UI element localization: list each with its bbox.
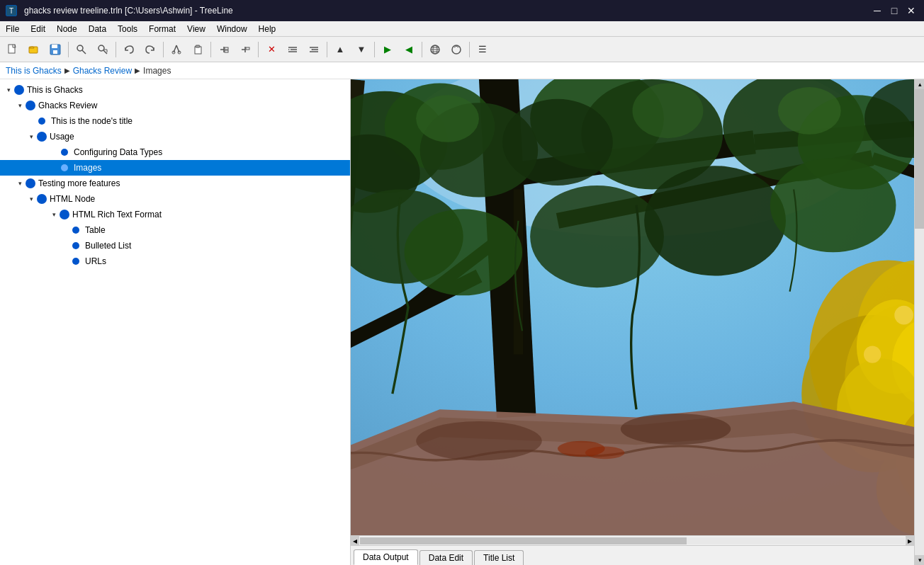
svg-point-63	[778, 87, 841, 135]
menu-format[interactable]: Format	[143, 21, 181, 36]
tree-node-n3[interactable]: This is the node's title	[0, 113, 350, 129]
toolbar-find-next[interactable]	[93, 40, 113, 59]
tree-node-n9[interactable]: ▾ HTML Rich Text Format	[0, 207, 350, 222]
title-bar-controls: ─ □ ✕	[870, 4, 918, 18]
tree-node-n6[interactable]: Images	[0, 160, 350, 176]
node-label-n5: Configuring Data Types	[74, 147, 162, 157]
v-scroll-track[interactable]	[915, 89, 924, 555]
close-button[interactable]: ✕	[904, 4, 918, 18]
node-label-n4: Usage	[50, 132, 74, 142]
h-scroll-thumb[interactable]	[360, 537, 687, 544]
toolbar-open[interactable]	[24, 40, 44, 59]
menu-view[interactable]: View	[181, 21, 211, 36]
tree-node-n2[interactable]: ▾ Ghacks Review	[0, 98, 350, 113]
toolbar-indent[interactable]	[283, 40, 303, 59]
tree-node-n8[interactable]: ▾ HTML Node	[0, 191, 350, 207]
toolbar-outdent[interactable]	[304, 40, 324, 59]
node-label-n6: Images	[74, 163, 101, 173]
tree-node-n10[interactable]: Table	[0, 222, 350, 238]
tree-node-n12[interactable]: URLs	[0, 253, 350, 269]
menu-window[interactable]: Window	[211, 21, 253, 36]
breadcrumb-images: Images	[143, 66, 171, 76]
toolbar-branch-remove[interactable]	[235, 40, 255, 59]
tree-node-n5[interactable]: Configuring Data Types	[0, 144, 350, 160]
breadcrumb-ghacks[interactable]: This is Ghacks	[6, 66, 62, 76]
minimize-button[interactable]: ─	[870, 4, 884, 18]
svg-point-60	[770, 158, 896, 252]
v-scroll-thumb[interactable]	[915, 89, 924, 229]
expand-n9[interactable]: ▾	[48, 209, 60, 220]
image-scroll[interactable]	[351, 79, 914, 535]
toolbar-save[interactable]	[45, 40, 65, 59]
svg-point-58	[530, 186, 664, 287]
maximize-button[interactable]: □	[887, 4, 901, 18]
svg-line-7	[82, 50, 86, 54]
node-icon-n11	[72, 242, 79, 249]
node-label-n3: This is the node's title	[51, 116, 133, 126]
svg-rect-22	[246, 47, 249, 50]
svg-point-74	[864, 346, 881, 363]
menu-help[interactable]: Help	[253, 21, 282, 36]
title-bar: T ghacks review treeline.trln [C:\Users\…	[0, 0, 924, 21]
v-scrollbar[interactable]: ▴ ▾	[914, 79, 924, 565]
scroll-left-btn[interactable]: ◂	[351, 536, 359, 546]
tab-data-edit[interactable]: Data Edit	[419, 550, 473, 565]
svg-point-8	[98, 45, 104, 51]
svg-rect-5	[53, 50, 57, 54]
toolbar-undo[interactable]	[119, 40, 139, 59]
tree-node-n1[interactable]: ▾ This is Ghacks	[0, 82, 350, 98]
node-label-n7: Testing more features	[38, 178, 120, 188]
tab-data-output[interactable]: Data Output	[354, 549, 418, 565]
expand-n8[interactable]: ▾	[26, 193, 37, 205]
svg-point-62	[633, 84, 704, 139]
app-icon: T	[6, 5, 17, 16]
toolbar-move-down[interactable]: ▼	[351, 40, 371, 59]
scroll-right-btn[interactable]: ▸	[906, 536, 914, 546]
toolbar-sep-9	[469, 42, 470, 57]
toolbar-move-up[interactable]: ▲	[330, 40, 350, 59]
toolbar-find[interactable]	[72, 40, 91, 59]
toolbar-back[interactable]: ◀	[399, 40, 419, 59]
expand-n5	[48, 147, 60, 158]
tree-node-n7[interactable]: ▾ Testing more features	[0, 176, 350, 191]
node-icon-n9	[60, 210, 69, 219]
svg-point-71	[894, 306, 913, 325]
h-scroll-track[interactable]	[360, 537, 905, 544]
expand-n6	[48, 162, 60, 173]
expand-n7[interactable]: ▾	[14, 178, 26, 189]
tab-title-list[interactable]: Title List	[474, 550, 524, 565]
menu-file[interactable]: File	[0, 21, 25, 36]
toolbar-play[interactable]: ▶	[378, 40, 398, 59]
expand-n3	[26, 115, 37, 127]
menu-tools[interactable]: Tools	[112, 21, 143, 36]
h-scrollbar[interactable]: ◂ ▸	[351, 535, 914, 545]
breadcrumb-review[interactable]: Ghacks Review	[73, 66, 132, 76]
toolbar: ✕ ▲ ▼ ▶ ◀ ☰	[0, 37, 924, 62]
tree-node-n4[interactable]: ▾ Usage	[0, 129, 350, 144]
menu-data[interactable]: Data	[83, 21, 112, 36]
toolbar-new[interactable]	[3, 40, 23, 59]
node-label-n12: URLs	[85, 256, 106, 266]
toolbar-branch-add[interactable]	[214, 40, 234, 59]
node-label-n8: HTML Node	[50, 194, 95, 204]
menu-edit[interactable]: Edit	[25, 21, 51, 36]
toolbar-web2[interactable]	[446, 40, 466, 59]
expand-n2[interactable]: ▾	[14, 100, 26, 111]
node-label-n9: HTML Rich Text Format	[72, 210, 162, 219]
menu-node[interactable]: Node	[51, 21, 83, 36]
expand-n1[interactable]: ▾	[3, 84, 14, 96]
toolbar-list[interactable]: ☰	[473, 40, 492, 59]
node-icon-n2	[26, 101, 35, 110]
toolbar-paste[interactable]	[188, 40, 208, 59]
tree-node-n11[interactable]: Bulleted List	[0, 238, 350, 253]
node-label-n10: Table	[85, 225, 106, 235]
toolbar-delete[interactable]: ✕	[261, 40, 281, 59]
tree-panel[interactable]: ▾ This is Ghacks ▾ Ghacks Review This is…	[0, 79, 351, 565]
scroll-down-btn[interactable]: ▾	[915, 555, 924, 565]
toolbar-cut[interactable]	[167, 40, 186, 59]
toolbar-web1[interactable]	[425, 40, 445, 59]
toolbar-redo[interactable]	[140, 40, 160, 59]
expand-n4[interactable]: ▾	[26, 131, 37, 142]
scroll-up-btn[interactable]: ▴	[915, 79, 924, 89]
svg-rect-15	[196, 45, 200, 47]
